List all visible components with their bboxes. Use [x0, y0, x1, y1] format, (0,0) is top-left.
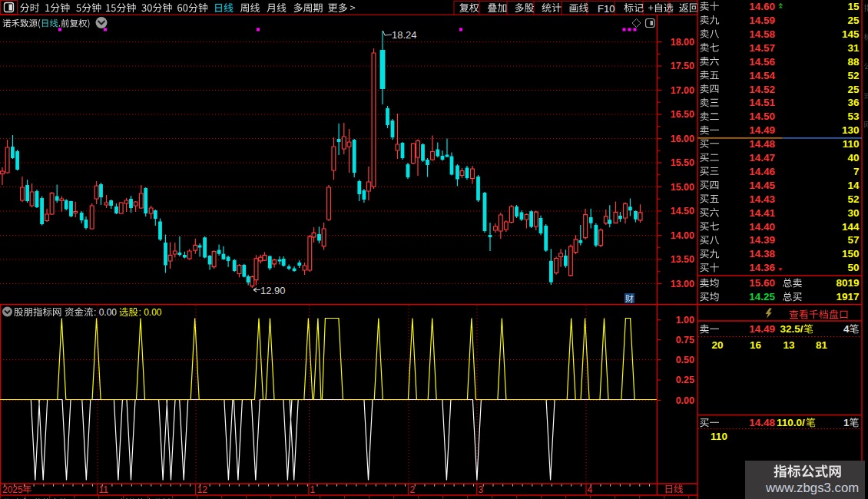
svg-text:14.52: 14.52 [749, 84, 775, 95]
svg-text:F10: F10 [598, 3, 615, 15]
svg-text:14.57: 14.57 [749, 42, 775, 54]
svg-text:14.49: 14.49 [749, 323, 775, 335]
svg-text:14.59: 14.59 [749, 15, 775, 26]
svg-text:18.24: 18.24 [392, 29, 417, 41]
svg-text:110.0/: 110.0/ [777, 417, 805, 428]
svg-text:18.00: 18.00 [671, 37, 694, 48]
svg-text:110: 110 [843, 138, 860, 150]
svg-text:1.00: 1.00 [676, 315, 694, 326]
svg-text:17.50: 17.50 [671, 61, 694, 71]
svg-text:0.25: 0.25 [676, 375, 694, 385]
svg-text:14.45: 14.45 [749, 180, 775, 191]
svg-text:14.39: 14.39 [749, 234, 775, 246]
svg-text:16.00: 16.00 [671, 134, 694, 144]
svg-text:14.25: 14.25 [749, 291, 775, 302]
svg-text:52: 52 [847, 70, 859, 81]
svg-text:12: 12 [197, 484, 208, 495]
svg-text:0.50: 0.50 [676, 355, 694, 365]
svg-text:3: 3 [479, 484, 484, 495]
svg-text:144: 144 [842, 221, 860, 233]
svg-text:0.00: 0.00 [676, 395, 694, 406]
svg-text:14.49: 14.49 [749, 124, 775, 136]
svg-text:: 0.00: : 0.00 [139, 307, 162, 318]
svg-text:40: 40 [847, 152, 859, 164]
svg-text:www.zbgs3.com: www.zbgs3.com [765, 481, 859, 495]
svg-text:14.46: 14.46 [749, 166, 775, 177]
svg-text:14.60: 14.60 [749, 1, 775, 12]
svg-text:11: 11 [99, 484, 109, 495]
svg-text:31: 31 [847, 42, 860, 54]
svg-text:1: 1 [843, 417, 850, 428]
svg-text:14.48: 14.48 [749, 417, 775, 428]
svg-text:130: 130 [842, 124, 860, 136]
svg-text:15.50: 15.50 [671, 157, 694, 168]
svg-text:14.38: 14.38 [749, 248, 775, 259]
svg-text:81: 81 [816, 339, 828, 351]
svg-text:14.48: 14.48 [749, 138, 775, 150]
svg-text:110: 110 [711, 431, 727, 442]
svg-text:14.50: 14.50 [749, 111, 775, 122]
svg-text:20: 20 [711, 339, 723, 351]
svg-text:1: 1 [310, 484, 316, 495]
svg-text:57: 57 [847, 234, 859, 246]
svg-text:14.43: 14.43 [749, 193, 775, 205]
svg-text:14.50: 14.50 [671, 206, 694, 216]
svg-text:150: 150 [842, 248, 860, 259]
svg-text:14.41: 14.41 [749, 207, 775, 219]
svg-text:16.50: 16.50 [671, 109, 694, 120]
svg-text:14.51: 14.51 [749, 97, 775, 108]
svg-text:7: 7 [853, 166, 860, 177]
svg-text:14.54: 14.54 [749, 70, 775, 81]
svg-text:12.90: 12.90 [260, 285, 286, 296]
svg-text:0.75: 0.75 [676, 335, 694, 345]
svg-text:4: 4 [588, 484, 593, 495]
svg-text:25: 25 [847, 15, 860, 26]
svg-text:15.60: 15.60 [749, 277, 775, 289]
svg-text:17.00: 17.00 [671, 85, 694, 96]
svg-text:15: 15 [847, 1, 860, 12]
svg-text:14.58: 14.58 [749, 28, 775, 40]
svg-text:32.5/: 32.5/ [780, 323, 803, 335]
svg-text:145: 145 [842, 28, 860, 40]
svg-text:30: 30 [847, 207, 859, 219]
svg-text:88: 88 [847, 56, 860, 68]
svg-text:13: 13 [783, 339, 795, 351]
svg-text:16: 16 [750, 339, 762, 351]
svg-text:14: 14 [847, 180, 860, 191]
svg-text:: 0.00: : 0.00 [94, 307, 117, 318]
svg-text:13.50: 13.50 [671, 254, 694, 265]
svg-text:4: 4 [843, 323, 850, 335]
svg-text:52: 52 [847, 193, 859, 205]
svg-text:15.00: 15.00 [671, 182, 694, 193]
svg-text:36: 36 [847, 97, 860, 108]
svg-text:14.56: 14.56 [749, 56, 775, 68]
svg-text:1917: 1917 [836, 291, 859, 302]
svg-text:25: 25 [847, 84, 860, 95]
svg-text:53: 53 [847, 111, 860, 122]
svg-text:14.47: 14.47 [749, 152, 775, 164]
svg-text:2025: 2025 [2, 484, 23, 495]
svg-text:2: 2 [410, 484, 416, 495]
svg-text:14.00: 14.00 [671, 230, 694, 241]
svg-text:14.36: 14.36 [749, 262, 775, 273]
svg-text:50: 50 [847, 262, 859, 273]
svg-text:8019: 8019 [836, 277, 859, 289]
svg-text:13.00: 13.00 [671, 279, 694, 289]
svg-text:14.40: 14.40 [749, 221, 775, 233]
